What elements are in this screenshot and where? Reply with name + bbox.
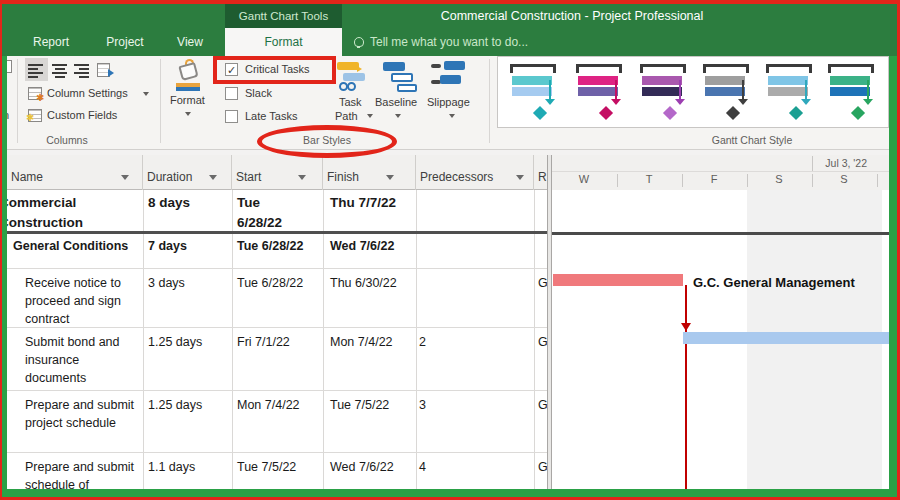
task-finish: Thu 7/7/22 [330, 193, 420, 213]
task-bar[interactable] [683, 332, 889, 344]
gantt-style-thumbnail[interactable] [576, 64, 622, 122]
slippage-icon-bar2 [440, 75, 461, 84]
style-bar-top [705, 76, 745, 85]
task-link-line [685, 285, 687, 489]
tell-me-box[interactable]: Tell me what you want to do... [354, 28, 528, 56]
table-row[interactable]: Prepare and submit schedule of 1.1 days … [7, 455, 547, 489]
filter-arrow-icon [209, 175, 217, 180]
filter-arrow-icon [386, 175, 394, 180]
task-name: General Conditions [13, 237, 145, 255]
style-bracket [510, 64, 556, 73]
gantt-chart-style-gallery[interactable] [497, 56, 889, 128]
day-label: S [769, 173, 789, 185]
header-predecessors[interactable]: Predecessors [416, 155, 534, 190]
format-accent-blue [176, 87, 200, 91]
tab-view[interactable]: View [164, 28, 216, 56]
task-duration: 1.1 days [148, 458, 232, 476]
gantt-chart-style-group-label: Gantt Chart Style [667, 134, 837, 146]
sparkle-icon: ✱ [26, 112, 34, 123]
style-bar-top [830, 76, 870, 85]
baseline-icon-bar3 [397, 84, 417, 92]
window-frame: Gantt Chart Tools Commercial Constructio… [2, 4, 897, 497]
align-left-icon[interactable] [28, 62, 45, 78]
chevron-down-icon [449, 114, 455, 118]
window-title: Commercial Construction - Project Profes… [362, 4, 782, 28]
slack-label[interactable]: Slack [245, 87, 272, 99]
custom-fields-button[interactable]: Custom Fields [47, 109, 117, 121]
format-button[interactable]: Format [170, 94, 205, 106]
tier-divider [552, 171, 889, 172]
slack-checkbox[interactable] [225, 87, 238, 100]
chevron-down-icon [143, 92, 149, 96]
day-label: T [639, 173, 659, 185]
tab-project[interactable]: Project [94, 28, 156, 56]
task-path-button[interactable]: Task [339, 96, 362, 108]
chevron-down-icon [395, 114, 401, 118]
chevron-down-icon [367, 114, 373, 118]
gantt-style-thumbnail[interactable] [766, 64, 812, 122]
header-resource-clipped[interactable]: R [534, 155, 547, 190]
filter-arrow-icon [516, 175, 524, 180]
header-duration[interactable]: Duration [143, 155, 232, 190]
align-center-icon[interactable] [52, 62, 69, 78]
summary-row-divider [552, 232, 889, 235]
table-row[interactable]: Commercial Construction 8 days Tue 6/28/… [7, 190, 547, 231]
gear-icon: ✱ [36, 92, 44, 103]
style-bar-bottom [642, 87, 682, 96]
task-name: Submit bond and insurance documents [25, 333, 139, 387]
tab-report[interactable]: Report [20, 28, 82, 56]
table-row[interactable]: Submit bond and insurance documents 1.25… [7, 330, 547, 393]
style-bar-top [578, 76, 618, 85]
critical-task-bar[interactable] [553, 274, 683, 286]
task-path-button-line2[interactable]: Path [335, 110, 358, 122]
milestone-diamond-icon [599, 106, 613, 120]
table-row[interactable]: Prepare and submit project schedule 1.25… [7, 393, 547, 455]
format-bucket-icon [177, 62, 203, 84]
milestone-diamond-icon [663, 106, 677, 120]
columns-group-label: Columns [27, 134, 107, 146]
slippage-button[interactable]: Slippage [427, 96, 470, 108]
style-arrow [742, 80, 744, 100]
task-predecessors: 3 [419, 396, 529, 414]
table-row[interactable]: General Conditions 7 days Tue 6/28/22 We… [7, 234, 547, 271]
style-arrow [805, 80, 807, 100]
chevron-down-icon [185, 112, 191, 116]
style-arrowhead [545, 99, 555, 105]
wrap-text-icon[interactable] [97, 62, 117, 78]
filter-arrow-icon [298, 175, 306, 180]
column-settings-button[interactable]: Column Settings [47, 87, 128, 99]
late-tasks-checkbox[interactable] [225, 110, 238, 123]
milestone-diamond-icon [726, 106, 740, 120]
task-finish: Mon 7/4/22 [330, 333, 420, 351]
style-bar-top [512, 76, 552, 85]
gantt-style-thumbnail[interactable] [510, 64, 556, 122]
late-tasks-label[interactable]: Late Tasks [245, 110, 297, 122]
header-finish[interactable]: Finish [323, 155, 416, 190]
table-row[interactable]: Receive notice to proceed and sign contr… [7, 271, 547, 330]
day-label: S [834, 173, 854, 185]
align-right-icon[interactable] [74, 62, 91, 78]
contextual-tab-header: Gantt Chart Tools [225, 4, 342, 28]
task-name: Commercial Construction [7, 193, 141, 233]
gantt-style-thumbnail[interactable] [828, 64, 874, 122]
task-predecessors: 4 [419, 458, 529, 476]
clipped-label-fragment: n [7, 109, 9, 121]
tab-format-active[interactable]: Format [225, 28, 342, 56]
milestone-diamond-icon [789, 106, 803, 120]
style-bracket [766, 64, 812, 73]
style-bracket [640, 64, 686, 73]
task-start: Mon 7/4/22 [237, 396, 321, 414]
gantt-style-thumbnail[interactable] [640, 64, 686, 122]
style-arrow [679, 80, 681, 100]
task-start: Tue 7/5/22 [237, 458, 321, 476]
header-name[interactable]: Name [7, 155, 143, 190]
gantt-style-thumbnail[interactable] [703, 64, 749, 122]
style-arrow [867, 80, 869, 100]
task-start: Fri 7/1/22 [237, 333, 321, 351]
title-bar: Gantt Chart Tools Commercial Constructio… [2, 4, 897, 56]
task-finish: Tue 7/5/22 [330, 396, 420, 414]
style-bracket [576, 64, 622, 73]
baseline-button[interactable]: Baseline [375, 96, 417, 108]
baseline-icon-bar2 [391, 73, 413, 82]
header-start[interactable]: Start [232, 155, 323, 190]
